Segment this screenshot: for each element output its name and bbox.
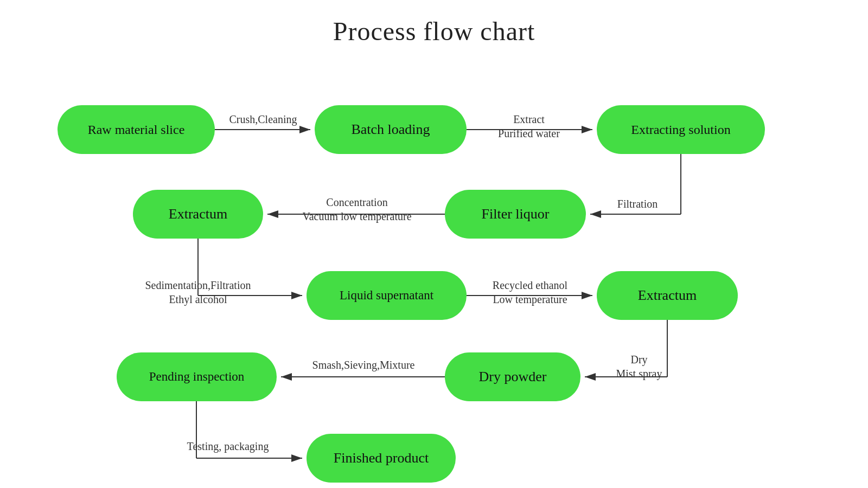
node-dry-powder: Dry powder (445, 352, 580, 401)
label-extract: ExtractPurified water (469, 112, 589, 140)
node-batch-loading: Batch loading (315, 105, 467, 154)
label-sedimentation: Sedimentation,FiltrationEthyl alcohol (92, 278, 304, 306)
node-pending-inspection: Pending inspection (117, 352, 277, 401)
page-title: Process flow chart (0, 0, 868, 46)
label-dry: DryMist spray (596, 352, 682, 381)
node-extractum-1: Extractum (133, 190, 263, 239)
node-raw-material: Raw material slice (58, 105, 215, 154)
node-finished-product: Finished product (307, 434, 456, 483)
node-extractum-2: Extractum (597, 271, 738, 320)
node-liquid-supernatant: Liquid supernatant (307, 271, 467, 320)
label-concentration: ConcentrationVacuum low temperature (270, 195, 444, 223)
label-smash: Smash,Sieving,Mixture (282, 358, 445, 372)
label-recycled: Recycled ethanolLow temperature (468, 278, 592, 306)
flowchart: Raw material slice Batch loading Extract… (0, 46, 868, 488)
label-crush-cleaning: Crush,Cleaning (214, 112, 312, 126)
label-filtration: Filtration (597, 197, 678, 211)
node-filter-liquor: Filter liquor (445, 190, 586, 239)
node-extracting-solution: Extracting solution (597, 105, 765, 154)
label-testing: Testing, packaging (152, 439, 304, 453)
